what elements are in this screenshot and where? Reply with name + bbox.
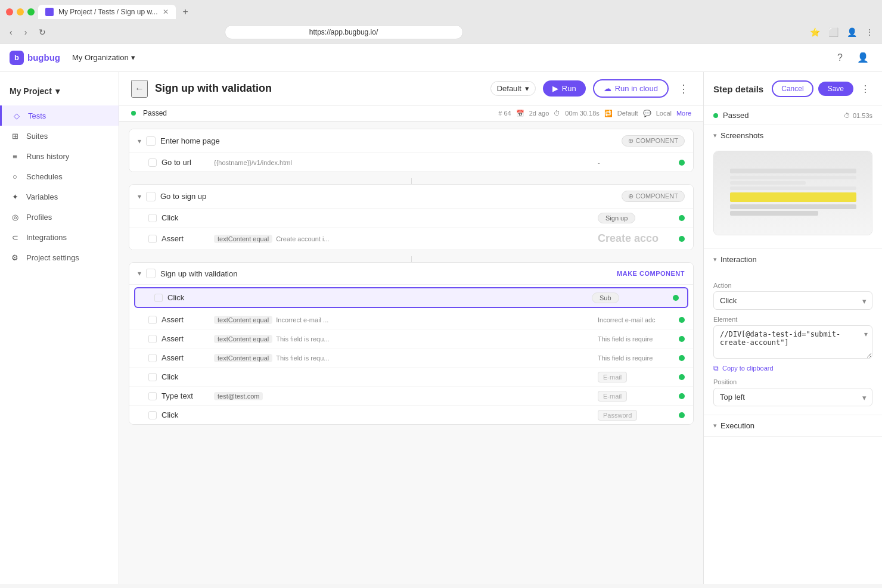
step-click-submit-active[interactable]: Click Sub bbox=[134, 287, 688, 308]
sidebar-item-schedules[interactable]: ○ Schedules bbox=[0, 166, 119, 186]
sidebar-item-label-schedules: Schedules bbox=[26, 172, 63, 181]
extension-icon-1[interactable]: ⭐ bbox=[808, 26, 822, 38]
group-chevron-icon-2[interactable]: ▾ bbox=[138, 192, 141, 201]
step-checkbox-signup-click[interactable] bbox=[148, 214, 157, 222]
step-checkbox-assert-req2[interactable] bbox=[148, 354, 157, 362]
step-click-email[interactable]: Click E-mail bbox=[129, 368, 693, 387]
traffic-light-yellow[interactable] bbox=[17, 8, 24, 15]
group-chevron-icon-3[interactable]: ▾ bbox=[138, 269, 141, 278]
step-detail-type: test@test.com bbox=[214, 392, 593, 400]
sidebar-item-project-settings[interactable]: ⚙ Project settings bbox=[0, 247, 119, 267]
run-in-cloud-button[interactable]: ☁ Run in cloud bbox=[593, 79, 669, 98]
suites-icon: ⊞ bbox=[10, 130, 20, 141]
step-type-email[interactable]: Type text test@test.com E-mail bbox=[129, 387, 693, 406]
run-play-icon: ▶ bbox=[552, 84, 558, 93]
tab-bar: My Project / Tests / Sign up w... ✕ + bbox=[6, 5, 876, 19]
step-action-assert: Assert bbox=[162, 234, 209, 243]
center-panel: ← Sign up with validation Default ▾ ▶ Ru… bbox=[119, 72, 703, 584]
status-more-button[interactable]: More bbox=[676, 110, 691, 117]
step-click-signup[interactable]: Click Sign up bbox=[129, 209, 693, 228]
run-config-selector[interactable]: Default ▾ bbox=[490, 81, 536, 96]
step-status-req1 bbox=[679, 336, 685, 342]
group-checkbox-3[interactable] bbox=[146, 269, 156, 278]
cancel-button[interactable]: Cancel bbox=[772, 80, 813, 97]
sidebar-item-label-runs: Runs history bbox=[26, 152, 69, 161]
position-select[interactable]: Top left bbox=[713, 388, 872, 406]
sidebar-item-profiles[interactable]: ◎ Profiles bbox=[0, 207, 119, 227]
tab-favicon bbox=[45, 8, 54, 16]
step-detail-text: Create account i... bbox=[276, 235, 329, 242]
interaction-section-title: Interaction bbox=[720, 255, 757, 264]
forward-navigation-button[interactable]: › bbox=[21, 26, 31, 38]
rp-screenshots-header[interactable]: ▾ Screenshots bbox=[704, 125, 882, 146]
back-button[interactable]: ← bbox=[131, 80, 148, 98]
step-status-email-assert bbox=[679, 317, 685, 323]
step-checkbox-assert[interactable] bbox=[148, 235, 157, 243]
browser-chrome: My Project / Tests / Sign up w... ✕ + ‹ … bbox=[0, 0, 882, 43]
component-badge[interactable]: ⊕ COMPONENT bbox=[622, 135, 685, 147]
group-chevron-icon[interactable]: ▾ bbox=[138, 137, 141, 145]
help-icon[interactable]: ? bbox=[834, 49, 846, 67]
step-checkbox-assert-email[interactable] bbox=[148, 316, 157, 324]
rp-execution-section: ▾ Execution bbox=[704, 415, 882, 437]
step-assert-required-2[interactable]: Assert textContent equal This field is r… bbox=[129, 349, 693, 368]
right-panel-more-button[interactable]: ⋮ bbox=[858, 82, 872, 96]
step-assert-title[interactable]: Assert textContent equal Create account … bbox=[129, 228, 693, 250]
make-component-button[interactable]: MAKE COMPONENT bbox=[617, 270, 685, 277]
step-assert-required-1[interactable]: Assert textContent equal This field is r… bbox=[129, 329, 693, 349]
sc-text-2 bbox=[730, 211, 818, 216]
sidebar-item-suites[interactable]: ⊞ Suites bbox=[0, 126, 119, 146]
user-account-icon[interactable]: 👤 bbox=[853, 48, 872, 67]
project-dropdown-icon: ▾ bbox=[55, 86, 60, 96]
copy-to-clipboard-button[interactable]: ⧉ Copy to clipboard bbox=[713, 364, 872, 372]
sidebar-item-integrations[interactable]: ⊂ Integrations bbox=[0, 227, 119, 247]
step-checkbox-password[interactable] bbox=[148, 411, 157, 419]
save-button[interactable]: Save bbox=[818, 82, 853, 96]
reload-button[interactable]: ↻ bbox=[35, 26, 49, 38]
new-tab-button[interactable]: + bbox=[179, 5, 192, 18]
step-go-to-url[interactable]: Go to url {{hostname}}/v1/index.html - bbox=[129, 153, 693, 172]
user-profile-icon[interactable]: 👤 bbox=[844, 26, 859, 38]
sc-text-1 bbox=[730, 204, 856, 209]
run-button[interactable]: ▶ Run bbox=[543, 80, 586, 97]
screenshot-image[interactable] bbox=[714, 151, 872, 235]
step-checkbox-email[interactable] bbox=[148, 373, 157, 381]
center-more-options-button[interactable]: ⋮ bbox=[676, 80, 691, 98]
action-select[interactable]: Click bbox=[713, 291, 872, 310]
element-expand-icon[interactable]: ▾ bbox=[864, 330, 868, 338]
tab-close-button[interactable]: ✕ bbox=[163, 8, 169, 16]
status-bar: Passed # 64 📅 2d ago ⏱ 00m 30.18s 🔁 Defa… bbox=[119, 105, 703, 122]
rp-interaction-header[interactable]: ▾ Interaction bbox=[704, 249, 882, 270]
sidebar-item-runs-history[interactable]: ≡ Runs history bbox=[0, 146, 119, 166]
step-detail-assert-req1: textContent equal This field is requ... bbox=[214, 335, 593, 343]
step-status-click-submit bbox=[673, 295, 679, 301]
org-selector[interactable]: My Organization ▾ bbox=[67, 51, 140, 64]
interaction-chevron-icon: ▾ bbox=[713, 256, 717, 263]
back-navigation-button[interactable]: ‹ bbox=[6, 26, 16, 38]
step-tag-req2: textContent equal bbox=[214, 354, 272, 362]
sidebar-item-variables[interactable]: ✦ Variables bbox=[0, 186, 119, 207]
component-badge-2[interactable]: ⊕ COMPONENT bbox=[622, 191, 685, 202]
extension-icon-2[interactable]: ⬜ bbox=[826, 26, 841, 38]
step-assert-email-error[interactable]: Assert textContent equal Incorrect e-mai… bbox=[129, 310, 693, 329]
browser-tab-active[interactable]: My Project / Tests / Sign up w... ✕ bbox=[38, 5, 176, 19]
req1-preview: This field is require bbox=[598, 335, 653, 343]
url-input[interactable] bbox=[225, 25, 463, 39]
rp-execution-header[interactable]: ▾ Execution bbox=[704, 415, 882, 436]
project-title[interactable]: My Project ◇ ▾ bbox=[10, 86, 109, 96]
type-field-preview: E-mail bbox=[598, 391, 627, 402]
browser-menu-icon[interactable]: ⋮ bbox=[863, 26, 876, 38]
sidebar-item-tests[interactable]: ◇ Tests bbox=[0, 105, 119, 126]
step-checkbox-assert-req1[interactable] bbox=[148, 335, 157, 343]
step-click-password[interactable]: Click Password bbox=[129, 406, 693, 424]
step-checkbox-type[interactable] bbox=[148, 392, 157, 400]
traffic-light-green[interactable] bbox=[27, 8, 35, 15]
group-checkbox[interactable] bbox=[146, 136, 156, 146]
traffic-light-red[interactable] bbox=[6, 8, 13, 15]
step-checkbox[interactable] bbox=[148, 158, 157, 167]
element-textarea[interactable]: //DIV[@data-test-id="submit-create-accou… bbox=[713, 325, 872, 359]
req2-preview: This field is require bbox=[598, 354, 653, 362]
group-checkbox-2[interactable] bbox=[146, 192, 156, 201]
step-checkbox-click-submit[interactable] bbox=[154, 294, 163, 302]
rp-time: ⏱ 01.53s bbox=[844, 112, 872, 119]
